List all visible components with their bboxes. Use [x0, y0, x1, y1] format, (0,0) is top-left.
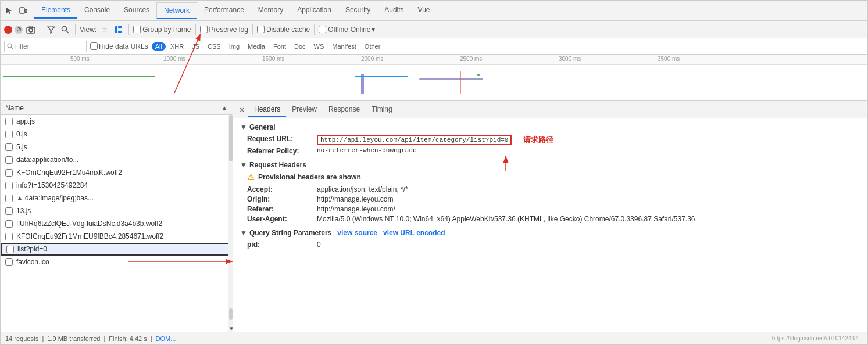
filter-tag-css[interactable]: CSS [204, 42, 224, 51]
tab-sources[interactable]: Sources [117, 2, 156, 19]
online-select[interactable]: Online ▾ [351, 26, 376, 34]
file-checkbox-0js[interactable] [5, 131, 13, 138]
tab-performance[interactable]: Performance [197, 2, 251, 19]
scroll-down-icon[interactable]: ▼ [228, 325, 233, 332]
file-list-scrollbar[interactable]: ▼ [228, 115, 233, 332]
file-name-appjs: app.js [16, 117, 35, 125]
svg-rect-7 [115, 26, 117, 33]
offline-label[interactable]: Offline [328, 26, 348, 34]
file-item-5js[interactable]: 5.js [1, 141, 233, 153]
file-checkbox-info[interactable] [5, 182, 13, 189]
stop-button[interactable]: ⊘ [15, 26, 23, 34]
filter-tag-doc[interactable]: Doc [291, 42, 309, 51]
view-list-button[interactable]: ≡ [99, 24, 110, 35]
detail-close-button[interactable]: × [235, 103, 248, 116]
file-item-data-app[interactable]: data:application/fo... [1, 153, 233, 166]
query-string-section-header[interactable]: ▼ Query String Parameters view source vi… [240, 229, 860, 237]
tab-memory[interactable]: Memory [251, 2, 290, 19]
view-tree-button[interactable] [113, 24, 124, 35]
view-source-link[interactable]: view source [337, 229, 377, 237]
filter-tag-other[interactable]: Other [361, 42, 384, 51]
detail-tab-headers[interactable]: Headers [248, 103, 286, 117]
general-section: ▼ General Request URL: http://api.leyou.… [240, 123, 860, 155]
file-item-list[interactable]: list?pid=0 [1, 243, 233, 256]
file-list-scroll[interactable]: app.js 0.js 5.js data:application/fo... … [1, 115, 233, 332]
general-section-header[interactable]: ▼ General [240, 123, 860, 131]
file-checkbox-5js[interactable] [5, 143, 13, 151]
name-column-header: Name [5, 104, 24, 112]
file-item-fluhr[interactable]: flUhRq6tzZclQEJ-Vdg-luiaDsNc.d3a4b3b.wof… [1, 217, 233, 230]
file-checkbox-appjs[interactable] [5, 118, 13, 125]
filter-input[interactable] [14, 42, 84, 51]
file-checkbox-13js[interactable] [5, 207, 13, 215]
file-checkbox-data-app[interactable] [5, 156, 13, 164]
file-name-0js: 0.js [16, 130, 27, 138]
preserve-log-label[interactable]: Preserve log [209, 26, 248, 34]
detail-tab-timing[interactable]: Timing [366, 103, 398, 117]
file-item-kfom[interactable]: KFOmCnqEu92Fr1Mu4mxK.woff2 [1, 166, 233, 179]
tab-console[interactable]: Console [77, 2, 117, 19]
search-button[interactable] [59, 24, 71, 35]
device-icon[interactable] [17, 4, 30, 17]
tab-network[interactable]: Network [156, 2, 197, 19]
filter-tag-img[interactable]: Img [226, 42, 243, 51]
filter-button[interactable] [45, 24, 57, 35]
status-bar-right: https://blog.csdn.net/u010142437... [772, 335, 863, 342]
query-string-section-body: pid: 0 [240, 240, 860, 249]
tab-security[interactable]: Security [338, 2, 377, 19]
record-button[interactable] [4, 26, 12, 34]
detail-tab-response[interactable]: Response [323, 103, 366, 117]
file-item-data-img[interactable]: ▲ data:image/jpeg;bas... [1, 192, 233, 204]
file-item-0js[interactable]: 0.js [1, 128, 233, 141]
file-item-kfoic[interactable]: KFOICnqEu92Fr1MmEU9fBBc4.2854671.woff2 [1, 230, 233, 243]
dom-label: DOM... [156, 335, 176, 342]
disable-cache-label[interactable]: Disable cache [266, 26, 310, 34]
group-by-frame-checkbox[interactable] [133, 26, 141, 33]
status-bar: 14 requests | 1.9 MB transferred | Finis… [1, 332, 867, 344]
offline-checkbox[interactable] [319, 26, 326, 33]
general-arrow-icon: ▼ [240, 123, 247, 131]
warning-row: ⚠ Provisional headers are shown [247, 172, 860, 182]
file-checkbox-fluhr[interactable] [5, 220, 13, 228]
separator-6 [314, 24, 315, 35]
svg-rect-1 [25, 9, 27, 13]
referrer-policy-row: Referrer Policy: no-referrer-when-downgr… [247, 147, 860, 155]
group-by-frame-label[interactable]: Group by frame [142, 26, 191, 34]
file-checkbox-list[interactable] [6, 246, 14, 253]
filter-tag-all[interactable]: All [152, 42, 166, 51]
file-checkbox-data-img[interactable] [5, 195, 13, 202]
detail-content: ▼ General Request URL: http://api.leyou.… [233, 118, 867, 332]
tab-elements[interactable]: Elements [34, 2, 77, 19]
status-separator-1: | [42, 335, 44, 342]
filter-tag-media[interactable]: Media [244, 42, 269, 51]
scrollbar-thumb[interactable] [229, 115, 233, 161]
file-item-13js[interactable]: 13.js [1, 204, 233, 217]
tab-application[interactable]: Application [290, 2, 338, 19]
cursor-icon[interactable] [3, 4, 16, 17]
detail-tab-preview[interactable]: Preview [286, 103, 323, 117]
filter-tag-font[interactable]: Font [270, 42, 290, 51]
tab-audits[interactable]: Audits [377, 2, 410, 19]
hide-data-urls-label[interactable]: Hide data URLs [99, 42, 148, 51]
scrollbar-thumb-2[interactable] [229, 308, 233, 320]
file-item-favicon[interactable]: favicon.ico [1, 256, 233, 268]
preserve-log-checkbox[interactable] [200, 26, 208, 33]
filter-tag-js[interactable]: JS [188, 42, 203, 51]
filter-tag-xhr[interactable]: XHR [167, 42, 187, 51]
scroll-up-button[interactable]: ▲ [221, 104, 228, 112]
file-checkbox-kfom[interactable] [5, 169, 13, 177]
file-checkbox-kfoic[interactable] [5, 233, 13, 240]
view-url-encoded-link[interactable]: view URL encoded [383, 229, 445, 237]
filter-tag-manifest[interactable]: Manifest [328, 42, 360, 51]
filter-tag-ws[interactable]: WS [310, 42, 328, 51]
file-item-info[interactable]: info?t=1530425492284 [1, 179, 233, 192]
tab-vue[interactable]: Vue [411, 2, 437, 19]
disable-cache-checkbox[interactable] [257, 26, 265, 33]
pid-row: pid: 0 [247, 240, 860, 249]
file-item-appjs[interactable]: app.js [1, 115, 233, 128]
status-separator-2: | [103, 335, 105, 342]
file-checkbox-favicon[interactable] [5, 258, 13, 266]
hide-data-urls-checkbox[interactable] [90, 42, 98, 50]
request-headers-section-header[interactable]: ▼ Request Headers [240, 161, 860, 169]
camera-button[interactable] [25, 24, 37, 35]
